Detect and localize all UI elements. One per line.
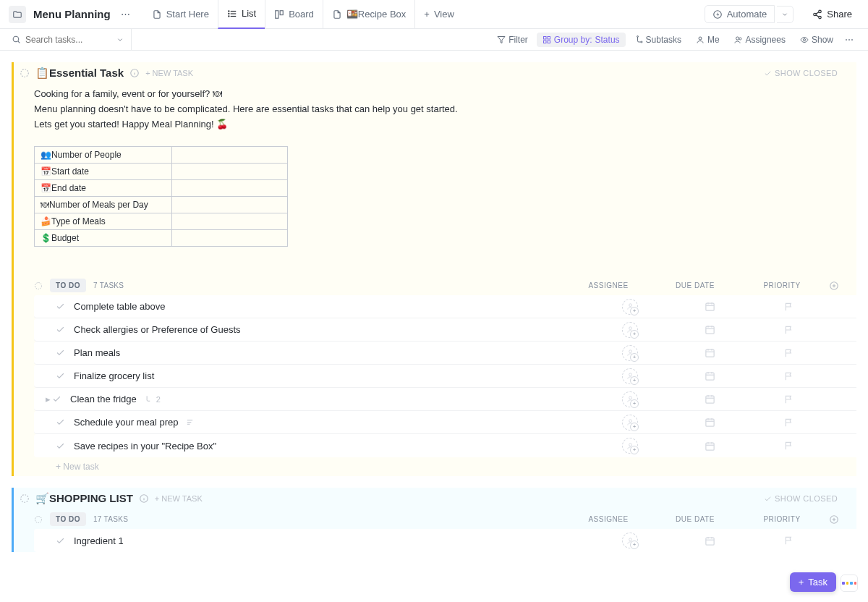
task-check-icon[interactable] (56, 417, 65, 427)
table-value[interactable] (172, 147, 288, 164)
table-row[interactable]: 🍰Type of Meals (35, 213, 288, 230)
show-closed-button[interactable]: SHOW CLOSED (764, 69, 851, 77)
task-row[interactable]: Ingredient 1 (34, 529, 856, 552)
chevron-down-icon[interactable] (116, 36, 124, 43)
table-value[interactable] (172, 230, 288, 247)
svg-point-25 (739, 38, 741, 40)
due-date-cell[interactable] (670, 301, 749, 312)
due-date-cell[interactable] (670, 535, 749, 546)
title-more-icon[interactable]: ⋯ (116, 9, 135, 20)
show-closed-button[interactable]: SHOW CLOSED (764, 494, 851, 503)
table-value[interactable] (172, 197, 288, 213)
task-check-icon[interactable] (56, 348, 65, 357)
assignee-cell[interactable] (590, 322, 670, 338)
priority-cell[interactable] (749, 417, 829, 428)
task-row[interactable]: Save recipes in your "Recipe Box" (34, 434, 856, 457)
assignee-cell[interactable] (590, 533, 670, 548)
priority-cell[interactable] (749, 348, 829, 358)
add-column-button[interactable] (829, 514, 843, 525)
priority-cell[interactable] (749, 325, 829, 335)
task-check-icon[interactable] (56, 325, 65, 334)
table-value[interactable] (172, 180, 288, 197)
info-icon[interactable] (129, 68, 140, 78)
task-list: Ingredient 1 (20, 529, 856, 552)
subtasks-button[interactable]: Subtasks (629, 33, 687, 47)
status-circle-icon[interactable] (20, 493, 30, 504)
assignee-icon (622, 299, 638, 315)
group-by-button[interactable]: Group by: Status (537, 33, 626, 47)
tab-start-here[interactable]: Start Here (143, 0, 218, 29)
priority-cell[interactable] (749, 302, 829, 312)
flag-icon (784, 302, 794, 312)
task-check-icon[interactable] (56, 302, 65, 311)
new-task-link[interactable]: + NEW TASK (145, 69, 193, 77)
due-date-cell[interactable] (670, 441, 749, 452)
table-row[interactable]: 🍽Number of Meals per Day (35, 197, 288, 213)
priority-cell[interactable] (749, 535, 829, 546)
tab-recipe-box[interactable]: 🍱Recipe Box (323, 0, 414, 29)
show-button[interactable]: Show (794, 33, 839, 47)
due-date-cell[interactable] (670, 370, 749, 381)
search-input[interactable] (25, 35, 112, 45)
add-column-button[interactable] (829, 281, 843, 291)
due-date-cell[interactable] (670, 324, 749, 335)
me-button[interactable]: Me (690, 33, 726, 47)
task-row[interactable]: ▸Clean the fridge2 (34, 388, 856, 411)
task-check-icon[interactable] (56, 441, 65, 451)
status-circle-icon[interactable] (34, 281, 43, 290)
table-value[interactable] (172, 164, 288, 180)
task-check-icon[interactable] (56, 371, 65, 381)
table-row[interactable]: 📅End date (35, 180, 288, 197)
due-date-cell[interactable] (670, 417, 749, 428)
me-label: Me (707, 35, 720, 45)
tab-list[interactable]: List (218, 0, 265, 29)
assignee-cell[interactable] (590, 391, 670, 407)
task-row[interactable]: Complete table above (34, 295, 856, 318)
new-task-row[interactable]: + New task (20, 457, 856, 476)
task-row[interactable]: Schedule your meal prep (34, 411, 856, 434)
status-chip[interactable]: TO DO (50, 512, 86, 526)
new-task-fab[interactable]: + Task (790, 572, 836, 592)
task-row[interactable]: Finalize grocery list (34, 365, 856, 388)
svg-point-68 (629, 444, 631, 446)
assignee-cell[interactable] (590, 368, 670, 384)
status-circle-icon[interactable] (20, 68, 30, 78)
folder-icon[interactable] (9, 6, 26, 23)
new-task-link[interactable]: + NEW TASK (155, 494, 203, 503)
priority-cell[interactable] (749, 394, 829, 404)
section-title[interactable]: 📋Essential Task (35, 67, 124, 80)
assignee-cell[interactable] (590, 345, 670, 361)
share-button[interactable]: Share (805, 6, 859, 22)
assignee-cell[interactable] (590, 415, 670, 431)
due-date-cell[interactable] (670, 347, 749, 358)
assignee-cell[interactable] (590, 299, 670, 315)
add-view-button[interactable]: + View (414, 0, 463, 29)
assignee-cell[interactable] (590, 438, 670, 454)
status-header: TO DO 17 TASKS ASSIGNEE DUE DATE PRIORIT… (20, 509, 856, 529)
task-check-icon[interactable] (52, 394, 61, 404)
task-row[interactable]: Plan meals (34, 342, 856, 365)
info-icon[interactable] (139, 493, 149, 504)
status-circle-icon[interactable] (34, 515, 43, 524)
priority-cell[interactable] (749, 371, 829, 381)
task-check-icon[interactable] (56, 536, 65, 546)
apps-fab[interactable] (841, 575, 858, 592)
status-chip[interactable]: TO DO (50, 279, 86, 292)
priority-cell[interactable] (749, 441, 829, 451)
table-value[interactable] (172, 213, 288, 230)
assignees-button[interactable]: Assignees (728, 33, 791, 47)
more-menu[interactable]: ⋯ (842, 35, 856, 45)
task-row[interactable]: Check allergies or Preference of Guests (34, 318, 856, 342)
subtask-count[interactable]: 2 (144, 395, 161, 404)
table-row[interactable]: 👥Number of People (35, 147, 288, 164)
table-row[interactable]: 💲Budget (35, 230, 288, 247)
automate-button[interactable]: Automate (705, 5, 775, 23)
filter-button[interactable]: Filter (491, 33, 534, 47)
expand-icon[interactable]: ▸ (46, 394, 51, 404)
table-row[interactable]: 📅Start date (35, 164, 288, 180)
section-title[interactable]: 🛒SHOPPING LIST (35, 492, 133, 505)
tab-board[interactable]: Board (265, 0, 323, 29)
description-icon[interactable] (186, 418, 194, 426)
due-date-cell[interactable] (670, 394, 749, 404)
automate-chevron[interactable] (777, 6, 793, 23)
